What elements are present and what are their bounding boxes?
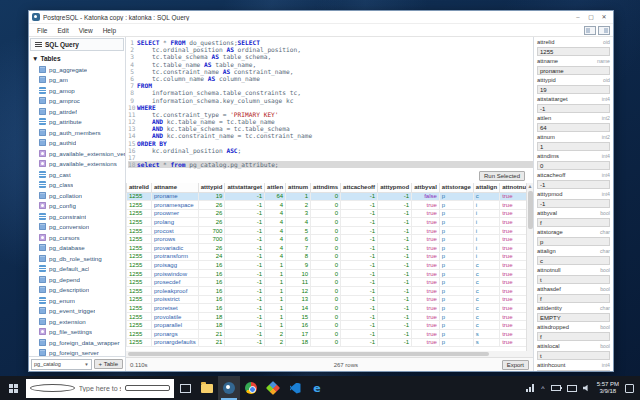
panel-layout-left-button[interactable] xyxy=(584,26,596,35)
sidebar-item-pg_amproc[interactable]: pg_amproc xyxy=(39,96,125,107)
chrome-button[interactable] xyxy=(240,376,262,400)
run-selected-button[interactable]: Run Selected xyxy=(479,171,525,181)
schema-select[interactable]: pg_catalog ▼ xyxy=(31,359,92,370)
code-line-9[interactable]: 9 information_schema.key_column_usage kc xyxy=(128,97,533,104)
table-row[interactable]: 1255provolatile18-11150-1-1truepctrue xyxy=(127,312,527,321)
vscroll-thumb[interactable] xyxy=(528,191,533,229)
grid-header-attstattarget[interactable]: attstattarget xyxy=(225,183,265,192)
table-row[interactable]: 1255proiswindow16-11100-1-1truepctrue xyxy=(127,269,527,278)
grid-vertical-scrollbar[interactable]: ▲ xyxy=(526,183,533,351)
sidebar-item-pg_database[interactable]: pg_database xyxy=(39,243,125,254)
menu-item-edit[interactable]: Edit xyxy=(53,26,72,35)
field-value-input[interactable]: t xyxy=(537,275,610,284)
sidebar-item-pg_event_trigger[interactable]: pg_event_trigger xyxy=(39,306,125,317)
vscode-button[interactable] xyxy=(284,376,306,400)
sidebar-item-pg_authid[interactable]: pg_authid xyxy=(39,138,125,149)
table-row[interactable]: 1255prolang26-1440-1-1truepitrue xyxy=(127,218,527,227)
field-value-input[interactable]: p xyxy=(537,237,610,246)
field-value-input[interactable]: f xyxy=(537,332,610,341)
tables-tree-node[interactable]: ▼ Tables xyxy=(29,52,125,64)
sidebar-item-pg_depend[interactable]: pg_depend xyxy=(39,274,125,285)
sidebar-item-pg_cursors[interactable]: pg_cursors xyxy=(39,232,125,243)
volume-icon[interactable] xyxy=(583,385,591,392)
results-grid[interactable]: attrelidattnameatttypidattstattargetattl… xyxy=(126,183,526,351)
field-value-input[interactable]: 0 xyxy=(537,370,610,371)
monitor-icon[interactable] xyxy=(567,385,577,392)
close-button[interactable]: ✕ xyxy=(600,14,608,20)
code-line-3[interactable]: 3 tc.table_schema AS table_schema, xyxy=(128,53,533,60)
field-value-input[interactable]: 1 xyxy=(537,142,610,151)
field-value-input[interactable]: -1 xyxy=(537,199,610,208)
grid-header-atttypmod[interactable]: atttypmod xyxy=(378,183,412,192)
maximize-button[interactable]: ▢ xyxy=(587,14,595,20)
edge-button[interactable]: e xyxy=(306,376,328,400)
code-line-18[interactable]: 18select * from pg_catalog.pg_attribute; xyxy=(128,161,533,168)
sidebar-item-pg_description[interactable]: pg_description xyxy=(39,285,125,296)
grid-header-attbyval[interactable]: attbyval xyxy=(412,183,440,192)
sidebar-item-pg_available_extensions[interactable]: pg_available_extensions xyxy=(39,159,125,170)
table-row[interactable]: 1255prosecdef16-11110-1-1truepctrue xyxy=(127,278,527,287)
table-row[interactable]: 1255provariadic26-1470-1-1truepitrue xyxy=(127,244,527,253)
field-value-input[interactable]: c xyxy=(537,256,610,265)
code-line-10[interactable]: 10WHERE xyxy=(128,104,533,111)
field-value-input[interactable]: proname xyxy=(537,66,610,75)
sidebar-item-pg_conversion[interactable]: pg_conversion xyxy=(39,222,125,233)
field-value-input[interactable]: t xyxy=(537,351,610,360)
hscroll-thumb[interactable] xyxy=(128,352,489,356)
field-value-input[interactable]: -1 xyxy=(537,104,610,113)
sidebar-item-pg_attrdef[interactable]: pg_attrdef xyxy=(39,106,125,117)
battery-icon[interactable] xyxy=(551,385,561,391)
grid-header-attname[interactable]: attname xyxy=(152,183,199,192)
table-row[interactable]: 1255proisstrict16-11130-1-1truepctrue xyxy=(127,295,527,304)
table-row[interactable]: 1255procost700-1450-1-1truepitrue xyxy=(127,226,527,235)
grid-header-attcacheoff[interactable]: attcacheoff xyxy=(341,183,378,192)
sql-editor[interactable]: 1SELECT * FROM do_questions;SELECT2 tc.o… xyxy=(126,37,533,169)
table-row[interactable]: 1255proisagg16-1190-1-1truepctrue xyxy=(127,261,527,270)
code-line-8[interactable]: 8 information_schema.table_constraints t… xyxy=(128,89,533,96)
hidden-icons-chevron[interactable]: ^ xyxy=(541,385,544,392)
sidebar-item-pg_collation[interactable]: pg_collation xyxy=(39,190,125,201)
tree-expand-icon[interactable]: ▼ xyxy=(32,55,38,62)
field-value-input[interactable]: -1 xyxy=(537,180,610,189)
grid-header-attstorage[interactable]: attstorage xyxy=(439,183,473,192)
sidebar-item-pg_extension[interactable]: pg_extension xyxy=(39,316,125,327)
sidebar-item-pg_amop[interactable]: pg_amop xyxy=(39,85,125,96)
menu-item-help[interactable]: Help xyxy=(99,26,120,35)
sidebar-item-pg_file_settings[interactable]: pg_file_settings xyxy=(39,327,125,338)
sidebar-item-pg_foreign_server[interactable]: pg_foreign_server xyxy=(39,348,125,357)
sidebar-item-pg_attribute[interactable]: pg_attribute xyxy=(39,117,125,128)
network-icon[interactable] xyxy=(526,384,535,392)
field-value-input[interactable]: 64 xyxy=(537,123,610,132)
table-row[interactable]: 1255proparallel18-11160-1-1truepctrue xyxy=(127,321,527,330)
code-line-13[interactable]: 13 AND kc.table_schema = tc.table_schema xyxy=(128,125,533,132)
field-value-input[interactable]: 0 xyxy=(537,161,610,170)
start-button[interactable] xyxy=(0,376,26,400)
action-center-icon[interactable] xyxy=(625,384,634,393)
export-button[interactable]: Export xyxy=(502,360,529,370)
grid-header-attnum[interactable]: attnum xyxy=(286,183,311,192)
menu-item-view[interactable]: View xyxy=(75,26,97,35)
code-line-16[interactable]: 16 kc.ordinal_position ASC; xyxy=(128,147,533,154)
table-row[interactable]: 1255pronargdefaults21-12180-1-1truepstru… xyxy=(127,338,527,347)
taskbar-search[interactable]: Type here to search xyxy=(26,379,174,398)
code-line-2[interactable]: 2 tc.ordinal_position AS ordinal_positio… xyxy=(128,46,533,53)
file-explorer-button[interactable] xyxy=(196,376,218,400)
microphone-icon[interactable] xyxy=(125,385,170,391)
field-value-input[interactable]: 19 xyxy=(537,85,610,94)
table-row[interactable]: 1255proowner26-1430-1-1truepitrue xyxy=(127,209,527,218)
grid-header-attnotnull[interactable]: attnotnull xyxy=(500,183,526,192)
grid-header-attndims[interactable]: attndims xyxy=(311,183,341,192)
sidebar-item-pg_cast[interactable]: pg_cast xyxy=(39,169,125,180)
code-line-1[interactable]: 1SELECT * FROM do_questions;SELECT xyxy=(128,39,533,46)
sidebar-item-pg_available_extension_ver[interactable]: pg_available_extension_ver xyxy=(39,148,125,159)
table-row[interactable]: 1255protransform24-1480-1-1truepitrue xyxy=(127,252,527,261)
grid-horizontal-scrollbar[interactable] xyxy=(126,351,533,357)
table-row[interactable]: 1255pronargs21-12170-1-1truepstrue xyxy=(127,330,527,339)
sidebar-item-pg_am[interactable]: pg_am xyxy=(39,75,125,86)
code-line-12[interactable]: 12 AND kc.table_name = tc.table_name xyxy=(128,118,533,125)
table-row[interactable]: 1255proretset16-11140-1-1truepctrue xyxy=(127,304,527,313)
code-line-7[interactable]: 7FROM xyxy=(128,82,533,89)
code-line-17[interactable]: 17 xyxy=(128,154,533,161)
sidebar-item-pg_enum[interactable]: pg_enum xyxy=(39,295,125,306)
field-value-input[interactable]: f xyxy=(537,218,610,227)
